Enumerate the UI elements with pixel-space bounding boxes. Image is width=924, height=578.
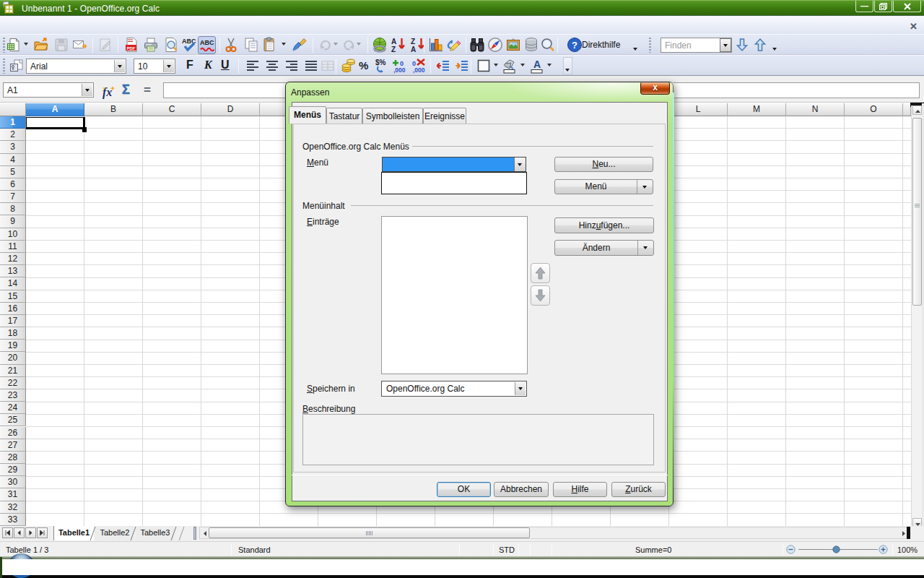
svg-text:ABC: ABC xyxy=(200,39,214,46)
svg-text:,000: ,000 xyxy=(413,66,425,74)
svg-text:$%: $% xyxy=(375,59,386,66)
svg-text:?: ? xyxy=(572,40,578,51)
svg-text:A: A xyxy=(391,38,396,46)
svg-text:PDF: PDF xyxy=(127,46,136,51)
svg-text:Z: Z xyxy=(391,46,396,53)
svg-text:A: A xyxy=(533,59,541,70)
svg-text:,000: ,000 xyxy=(393,66,406,74)
svg-text:A: A xyxy=(411,46,416,53)
svg-text:Z: Z xyxy=(411,38,415,46)
